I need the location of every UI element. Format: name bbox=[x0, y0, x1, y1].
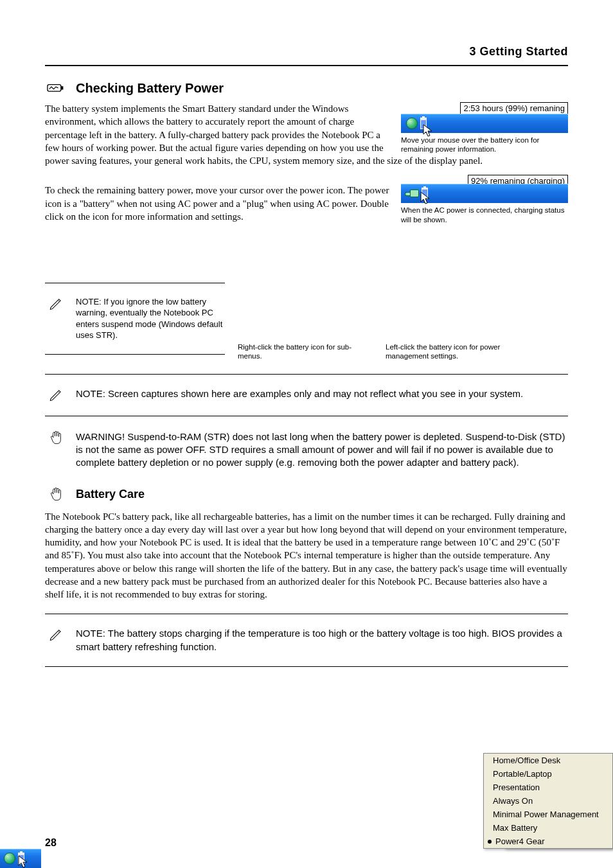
menu-item[interactable]: Portable/Laptop bbox=[484, 767, 612, 781]
note-2: NOTE: Screen captures shown here are exa… bbox=[76, 387, 568, 400]
fig3-caption: Right-click the battery icon for sub-men… bbox=[238, 342, 373, 361]
menu-item[interactable]: Max Battery bbox=[484, 821, 612, 835]
page-title: Checking Battery Power bbox=[76, 81, 568, 96]
menu-item[interactable]: Home/Office Desk bbox=[484, 754, 612, 767]
menu-item[interactable]: Presentation bbox=[484, 781, 612, 794]
menu-item[interactable]: Always On bbox=[484, 794, 612, 808]
cursor-icon bbox=[420, 191, 432, 206]
warning-hand-icon bbox=[47, 430, 65, 447]
systray-battery[interactable] bbox=[401, 114, 568, 133]
battery-care-title: Battery Care bbox=[76, 488, 568, 501]
svg-rect-0 bbox=[48, 85, 61, 92]
tray-gear-icon[interactable] bbox=[4, 853, 15, 864]
note-3: NOTE: The battery stops charging if the … bbox=[76, 627, 568, 653]
tray-gear-icon[interactable] bbox=[406, 118, 418, 129]
fig4-caption: Left-click the battery icon for power ma… bbox=[386, 342, 533, 361]
note-pen-icon bbox=[47, 627, 65, 644]
menu-item[interactable]: Minimal Power Management bbox=[484, 808, 612, 821]
systray-plug[interactable] bbox=[401, 184, 568, 203]
tooltip-remaining-time: 2:53 hours (99%) remaning bbox=[460, 102, 568, 115]
context-menu-left-click[interactable]: Home/Office DeskPortable/LaptopPresentat… bbox=[483, 753, 613, 849]
note-pen-icon bbox=[47, 387, 65, 404]
cursor-icon bbox=[423, 124, 434, 138]
warning-text: WARNING! Suspend-to-RAM (STR) does not l… bbox=[76, 430, 568, 470]
systray-battery-4[interactable] bbox=[0, 849, 41, 868]
note-pen-icon bbox=[47, 296, 65, 313]
cursor-icon bbox=[18, 855, 30, 868]
stop-hand-icon bbox=[47, 487, 65, 504]
svg-rect-1 bbox=[61, 86, 64, 89]
fig1-caption: Move your mouse over the battery icon fo… bbox=[401, 136, 568, 154]
battery-care-paragraph: The Notebook PC's battery pack, like all… bbox=[45, 510, 568, 601]
tray-plug-icon[interactable] bbox=[405, 188, 419, 199]
page-number: 28 bbox=[45, 837, 57, 849]
note-1: NOTE: If you ignore the low battery warn… bbox=[76, 296, 225, 341]
battery-icon bbox=[47, 80, 65, 97]
section-header: 3 Getting Started bbox=[45, 45, 568, 66]
fig2-caption: When the AC power is connected, charging… bbox=[401, 206, 568, 224]
